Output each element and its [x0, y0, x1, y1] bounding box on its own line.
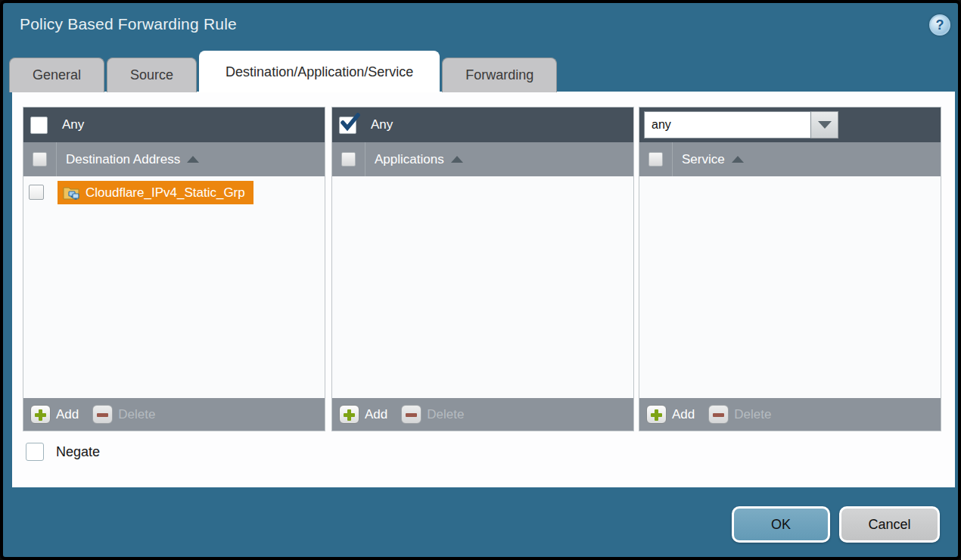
destination-item-chip[interactable]: Cloudflare_IPv4_Static_Grp	[58, 181, 253, 204]
service-delete-button[interactable]: Delete	[708, 405, 771, 424]
delete-minus-icon	[401, 405, 421, 424]
tab-source[interactable]: Source	[107, 58, 197, 92]
sort-asc-icon[interactable]	[451, 156, 463, 163]
destination-item-label: Cloudflare_IPv4_Static_Grp	[86, 185, 245, 201]
service-footer: Add Delete	[639, 398, 941, 431]
destination-header-label[interactable]: Destination Address	[66, 152, 180, 167]
service-dropdown[interactable]: any	[644, 111, 838, 138]
policy-forwarding-dialog: Policy Based Forwarding Rule ? General S…	[0, 0, 961, 560]
negate-checkbox[interactable]	[26, 443, 44, 461]
service-column: any Service Add	[639, 107, 941, 431]
service-list	[639, 176, 941, 398]
applications-any-checkbox[interactable]	[339, 117, 356, 134]
address-group-icon	[63, 185, 80, 201]
check-icon	[340, 113, 360, 133]
applications-delete-button[interactable]: Delete	[401, 405, 464, 424]
tab-general[interactable]: General	[9, 58, 104, 92]
applications-column: Any Applications Add Delete	[331, 107, 634, 431]
add-plus-icon	[646, 405, 667, 424]
negate-label: Negate	[56, 444, 100, 460]
service-dropdown-button[interactable]	[811, 111, 838, 138]
destination-add-button[interactable]: Add	[30, 405, 79, 424]
destination-item-checkbox[interactable]	[29, 185, 44, 200]
destination-delete-button[interactable]: Delete	[92, 405, 155, 424]
delete-minus-icon	[708, 405, 729, 424]
applications-footer: Add Delete	[332, 398, 633, 431]
tab-destination-application-service[interactable]: Destination/Application/Service	[199, 51, 440, 92]
applications-add-button[interactable]: Add	[339, 405, 387, 424]
applications-header-row: Applications	[332, 142, 633, 176]
add-plus-icon	[30, 405, 51, 424]
service-add-button[interactable]: Add	[646, 405, 695, 424]
delete-label: Delete	[118, 407, 155, 422]
applications-select-all-checkbox[interactable]	[341, 152, 356, 166]
help-glyph: ?	[936, 17, 944, 33]
destination-address-column: Any Destination Address	[23, 107, 325, 431]
help-icon[interactable]: ?	[929, 14, 950, 36]
caret-down-icon	[818, 121, 832, 129]
service-header-row: Service	[639, 142, 941, 176]
delete-label: Delete	[734, 407, 771, 422]
cancel-button[interactable]: Cancel	[839, 506, 940, 543]
applications-header-label[interactable]: Applications	[375, 152, 444, 167]
header-separator	[56, 142, 57, 176]
add-label: Add	[672, 407, 695, 422]
service-select-all-checkbox[interactable]	[648, 152, 663, 166]
applications-list	[332, 176, 633, 398]
add-label: Add	[56, 407, 79, 422]
dialog-title: Policy Based Forwarding Rule	[20, 15, 237, 33]
destination-list: Cloudflare_IPv4_Static_Grp	[23, 176, 325, 398]
add-plus-icon	[339, 405, 359, 424]
delete-label: Delete	[427, 407, 464, 422]
destination-header-row: Destination Address	[23, 142, 325, 176]
negate-control: Negate	[26, 443, 100, 461]
tab-bar: General Source Destination/Application/S…	[9, 51, 559, 92]
sort-asc-icon[interactable]	[732, 156, 744, 163]
tab-forwarding[interactable]: Forwarding	[442, 58, 557, 92]
destination-any-checkbox[interactable]	[30, 117, 48, 134]
delete-minus-icon	[92, 405, 113, 424]
destination-any-bar: Any	[23, 107, 325, 142]
service-dropdown-value[interactable]: any	[644, 111, 811, 138]
ok-button[interactable]: OK	[732, 506, 830, 543]
service-any-bar: any	[639, 107, 941, 142]
header-separator	[672, 142, 673, 176]
applications-any-label: Any	[371, 117, 393, 132]
list-item: Cloudflare_IPv4_Static_Grp	[23, 176, 325, 204]
destination-footer: Add Delete	[23, 398, 325, 431]
sort-asc-icon[interactable]	[187, 156, 199, 163]
tab-content-panel: Any Destination Address	[12, 92, 955, 487]
add-label: Add	[365, 407, 387, 422]
destination-any-label: Any	[62, 117, 84, 132]
header-separator	[365, 142, 365, 176]
applications-any-bar: Any	[332, 107, 633, 142]
destination-select-all-checkbox[interactable]	[33, 152, 47, 166]
service-header-label[interactable]: Service	[682, 152, 725, 167]
